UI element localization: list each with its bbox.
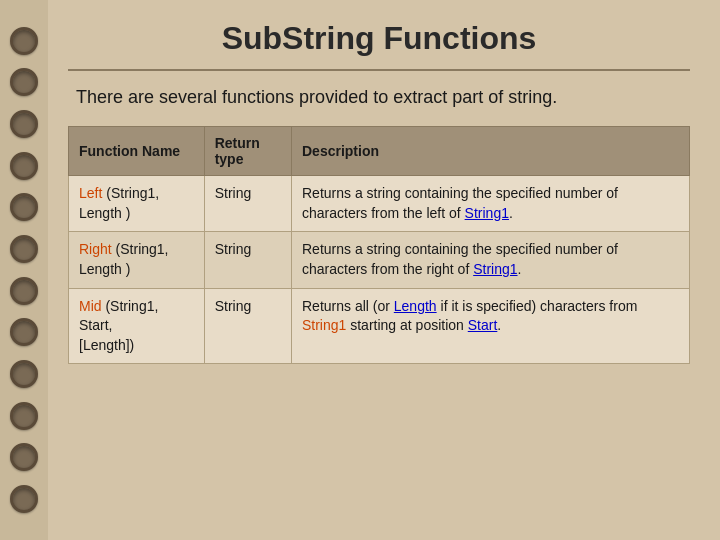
ring-1 — [10, 27, 38, 55]
ring-5 — [10, 193, 38, 221]
col-header-return: Return type — [204, 127, 291, 176]
spiral-rings — [0, 0, 48, 540]
func-keyword: Left — [79, 185, 102, 201]
desc-ref-string1: String1 — [465, 205, 509, 221]
func-keyword: Right — [79, 241, 112, 257]
ring-6 — [10, 235, 38, 263]
cell-function-name: Mid (String1, Start,[Length]) — [69, 288, 205, 364]
cell-function-name: Right (String1, Length ) — [69, 232, 205, 288]
table-row: Left (String1, Length ) String Returns a… — [69, 176, 690, 232]
ring-2 — [10, 68, 38, 96]
title-divider — [68, 69, 690, 71]
main-content: SubString Functions There are several fu… — [48, 0, 720, 540]
func-keyword: Mid — [79, 298, 102, 314]
desc-ref-string1: String1 — [473, 261, 517, 277]
cell-description: Returns a string containing the specifie… — [291, 232, 689, 288]
ring-8 — [10, 318, 38, 346]
cell-return-type: String — [204, 232, 291, 288]
intro-text: There are several functions provided to … — [68, 85, 690, 110]
table-row: Right (String1, Length ) String Returns … — [69, 232, 690, 288]
desc-ref-length: Length — [394, 298, 437, 314]
desc-ref-string1-orange: String1 — [302, 317, 346, 333]
cell-return-type: String — [204, 176, 291, 232]
ring-4 — [10, 152, 38, 180]
ring-3 — [10, 110, 38, 138]
page-title: SubString Functions — [68, 20, 690, 57]
ring-12 — [10, 485, 38, 513]
table-row: Mid (String1, Start,[Length]) String Ret… — [69, 288, 690, 364]
functions-table: Function Name Return type Description Le… — [68, 126, 690, 364]
col-header-desc: Description — [291, 127, 689, 176]
table-header-row: Function Name Return type Description — [69, 127, 690, 176]
ring-7 — [10, 277, 38, 305]
cell-return-type: String — [204, 288, 291, 364]
cell-description: Returns all (or Length if it is specifie… — [291, 288, 689, 364]
ring-10 — [10, 402, 38, 430]
ring-11 — [10, 443, 38, 471]
col-header-function: Function Name — [69, 127, 205, 176]
ring-9 — [10, 360, 38, 388]
desc-ref-start: Start — [468, 317, 498, 333]
cell-function-name: Left (String1, Length ) — [69, 176, 205, 232]
cell-description: Returns a string containing the specifie… — [291, 176, 689, 232]
